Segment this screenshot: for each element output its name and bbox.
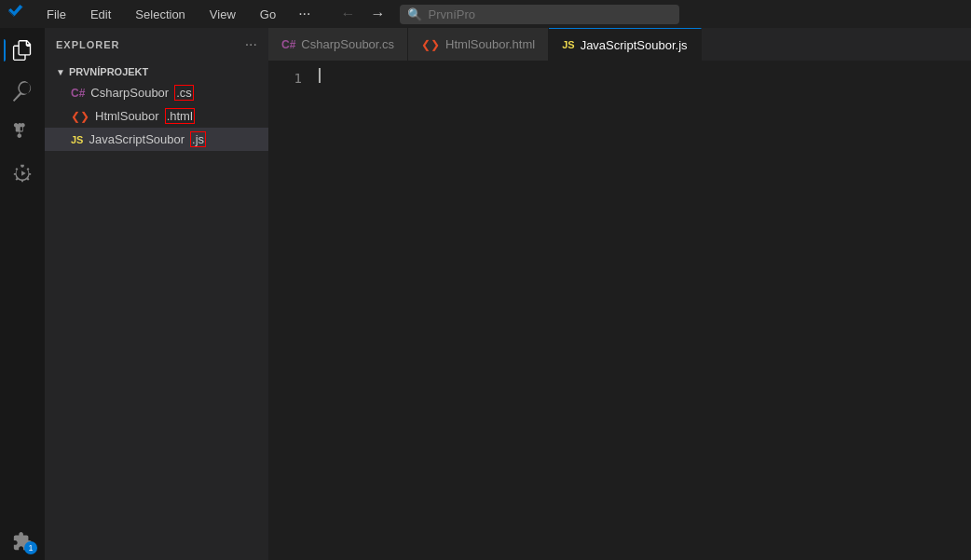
menu-view[interactable]: View — [202, 4, 243, 25]
main-area: 1 Explorer ··· ▼ PRVNÍPROJEKT C# CsharpS… — [0, 28, 971, 560]
titlebar-nav: ← → — [335, 2, 390, 26]
tab-js-label: JavaScriptSoubor.js — [581, 38, 688, 52]
cs-ext: .cs — [174, 85, 194, 101]
editor-area: C# CsharpSoubor.cs ❮❯ HtmlSoubor.html JS… — [268, 28, 971, 560]
activity-source-control[interactable] — [4, 114, 41, 151]
tabs-bar: C# CsharpSoubor.cs ❮❯ HtmlSoubor.html JS… — [268, 28, 971, 61]
tab-js-icon: JS — [562, 39, 574, 50]
search-icon: 🔍 — [407, 7, 422, 21]
text-cursor — [319, 68, 321, 83]
nav-back-button[interactable]: ← — [335, 2, 361, 26]
sidebar-more-icon[interactable]: ··· — [245, 36, 257, 53]
js-file-icon: JS — [71, 134, 83, 145]
menu-selection[interactable]: Selection — [128, 4, 192, 25]
code-content[interactable] — [315, 68, 971, 560]
html-ext: .html — [165, 108, 195, 124]
code-editor[interactable]: 1 — [268, 61, 971, 560]
tab-cs-label: CsharpSoubor.cs — [301, 37, 394, 51]
titlebar: File Edit Selection View Go ··· ← → 🔍 — [0, 0, 971, 28]
menu-file[interactable]: File — [39, 4, 74, 25]
project-section: ▼ PRVNÍPROJEKT C# CsharpSoubor.cs ❮❯ Htm… — [45, 61, 268, 153]
html-file-icon: ❮❯ — [71, 110, 89, 123]
tab-cs-icon: C# — [281, 38, 295, 51]
activity-search[interactable] — [4, 73, 41, 110]
activity-run-debug[interactable] — [4, 155, 41, 192]
file-item-cs[interactable]: C# CsharpSoubor.cs — [45, 81, 268, 104]
js-ext: .js — [190, 131, 206, 147]
line-numbers: 1 — [268, 68, 315, 560]
menu-more-icon[interactable]: ··· — [293, 4, 316, 24]
file-item-html[interactable]: ❮❯ HtmlSoubor.html — [45, 104, 268, 128]
search-input[interactable] — [428, 7, 672, 21]
activity-extensions[interactable]: 1 — [4, 523, 41, 560]
line-number-1: 1 — [268, 68, 302, 89]
tab-html[interactable]: ❮❯ HtmlSoubor.html — [408, 28, 549, 61]
file-item-js[interactable]: JS JavaScriptSoubor.js — [45, 128, 268, 151]
chevron-down-icon: ▼ — [56, 67, 65, 77]
html-filename: HtmlSoubor — [95, 109, 159, 123]
search-bar[interactable]: 🔍 — [400, 5, 679, 24]
menu-edit[interactable]: Edit — [83, 4, 118, 25]
extensions-badge: 1 — [24, 541, 37, 554]
tab-cs[interactable]: C# CsharpSoubor.cs — [268, 28, 408, 61]
sidebar: Explorer ··· ▼ PRVNÍPROJEKT C# CsharpSou… — [45, 28, 268, 560]
activity-bar: 1 — [0, 28, 45, 560]
cursor-line-1 — [319, 68, 321, 83]
vscode-logo-icon — [7, 4, 24, 25]
js-filename: JavaScriptSoubor — [89, 132, 185, 146]
csharp-file-icon: C# — [71, 87, 85, 100]
nav-forward-button[interactable]: → — [364, 2, 390, 26]
cs-filename: CsharpSoubor — [90, 86, 169, 100]
tab-html-icon: ❮❯ — [421, 38, 440, 51]
project-folder[interactable]: ▼ PRVNÍPROJEKT — [45, 62, 268, 81]
project-name-label: PRVNÍPROJEKT — [69, 66, 148, 77]
sidebar-header: Explorer ··· — [45, 28, 268, 61]
menu-go[interactable]: Go — [253, 4, 283, 25]
tab-js[interactable]: JS JavaScriptSoubor.js — [549, 28, 701, 61]
sidebar-title: Explorer — [56, 39, 120, 50]
tab-html-label: HtmlSoubor.html — [445, 37, 535, 51]
activity-explorer[interactable] — [4, 32, 41, 69]
